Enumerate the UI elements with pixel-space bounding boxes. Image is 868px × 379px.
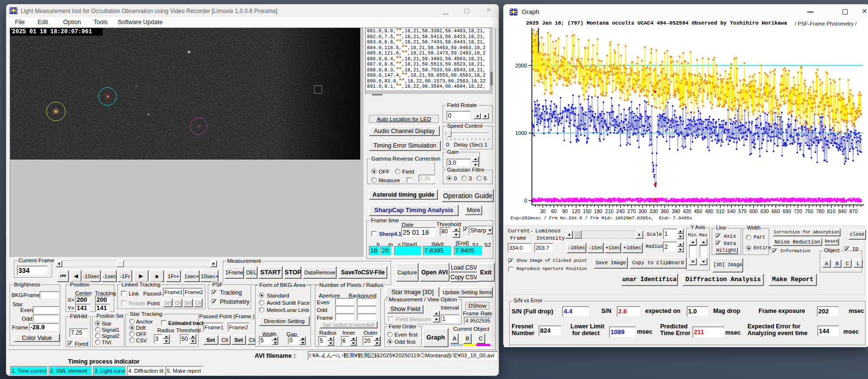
svg-text:630: 630 bbox=[760, 208, 769, 214]
svg-text:60: 60 bbox=[551, 208, 557, 214]
svg-text:420: 420 bbox=[683, 208, 692, 214]
svg-text:90: 90 bbox=[562, 208, 568, 214]
svg-text:210: 210 bbox=[605, 208, 614, 214]
svg-text:750: 750 bbox=[805, 208, 814, 214]
svg-text:1000: 1000 bbox=[515, 130, 527, 136]
svg-text:150: 150 bbox=[583, 208, 592, 214]
svg-text:780: 780 bbox=[816, 208, 825, 214]
svg-text:330: 330 bbox=[650, 208, 658, 214]
svg-text:30: 30 bbox=[540, 208, 546, 214]
svg-text:660: 660 bbox=[772, 208, 780, 214]
svg-text:360: 360 bbox=[661, 208, 669, 214]
svg-text:840: 840 bbox=[838, 208, 847, 214]
svg-text:480: 480 bbox=[705, 208, 714, 214]
svg-text:180: 180 bbox=[594, 208, 603, 214]
svg-text:390: 390 bbox=[672, 208, 680, 214]
svg-text:300: 300 bbox=[638, 208, 647, 214]
svg-text:510: 510 bbox=[716, 208, 725, 214]
svg-text:690: 690 bbox=[783, 208, 791, 214]
svg-text:0: 0 bbox=[524, 198, 527, 203]
svg-text:240: 240 bbox=[616, 208, 625, 214]
svg-text:450: 450 bbox=[694, 208, 703, 214]
svg-text:120: 120 bbox=[572, 208, 581, 214]
svg-text:600: 600 bbox=[749, 208, 758, 214]
svg-text:570: 570 bbox=[738, 208, 747, 214]
svg-text:270: 270 bbox=[627, 208, 636, 214]
svg-text:2000: 2000 bbox=[515, 63, 527, 68]
svg-text:540: 540 bbox=[727, 208, 736, 214]
svg-text:720: 720 bbox=[794, 208, 802, 214]
svg-text:870: 870 bbox=[849, 208, 858, 214]
svg-text:810: 810 bbox=[827, 208, 836, 214]
